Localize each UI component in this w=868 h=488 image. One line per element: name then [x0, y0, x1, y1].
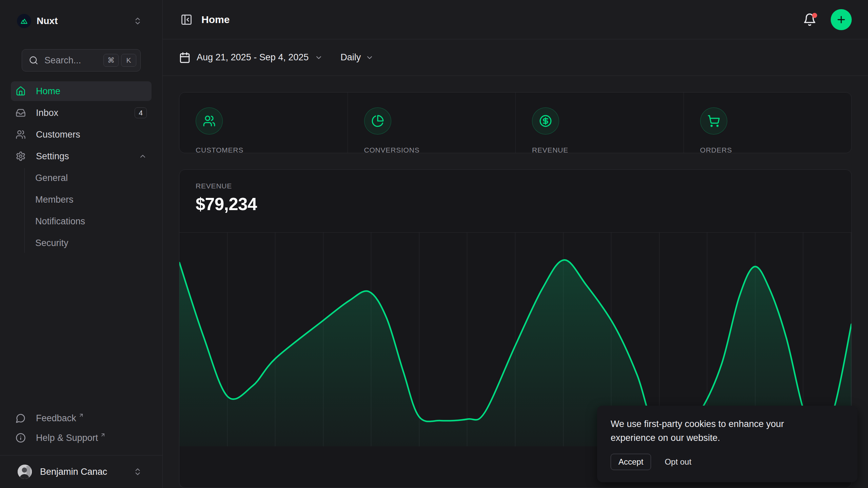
workspace-switcher[interactable]: Nuxt — [11, 13, 152, 29]
stat-label: ORDERS — [700, 146, 835, 153]
sidebar-item-label: Home — [36, 86, 60, 97]
chevrons-up-down-icon — [133, 17, 142, 25]
search-icon — [29, 56, 38, 65]
sidebar-item-label: Customers — [36, 129, 80, 140]
kbd-cmd: ⌘ — [103, 54, 119, 67]
sidebar-item-home[interactable]: Home — [11, 81, 152, 101]
arrow-up-right-icon — [100, 432, 106, 438]
message-circle-icon — [16, 413, 26, 423]
sidebar-item-security[interactable]: Security — [35, 233, 152, 253]
page-header: Home — [163, 0, 868, 39]
chevron-down-icon — [366, 54, 374, 62]
stat-customers[interactable]: CUSTOMERS 692 +6% — [179, 93, 348, 153]
filters-toolbar: Aug 21, 2025 - Sep 4, 2025 Daily — [163, 39, 868, 76]
users-icon — [16, 129, 26, 140]
house-icon — [16, 86, 26, 96]
avatar — [18, 465, 32, 479]
arrow-up-right-icon — [78, 412, 84, 418]
collapse-sidebar-button[interactable] — [179, 12, 194, 27]
granularity-value: Daily — [340, 52, 361, 63]
revenue-chart-label: REVENUE — [196, 182, 835, 190]
stat-label: CONVERSIONS — [364, 146, 499, 153]
users-icon — [196, 107, 223, 135]
chevron-up-icon — [139, 152, 147, 160]
chevrons-up-down-icon — [133, 467, 142, 476]
help-support-label: Help & Support — [36, 433, 98, 443]
notifications-button[interactable] — [802, 12, 817, 27]
stat-conversions[interactable]: CONVERSIONS 1986 +13% — [348, 93, 516, 153]
workspace-name: Nuxt — [37, 16, 58, 26]
sidebar-item-notifications[interactable]: Notifications — [35, 211, 152, 231]
optout-cookies-button[interactable]: Opt out — [665, 457, 691, 467]
user-name: Benjamin Canac — [40, 467, 107, 477]
kbd-k: K — [121, 54, 136, 67]
inbox-count-badge: 4 — [135, 107, 147, 118]
feedback-link[interactable]: Feedback — [11, 408, 152, 428]
sidebar-item-label: Inbox — [36, 108, 58, 118]
dollar-circle-icon — [532, 107, 559, 135]
sidebar: Nuxt Search... ⌘ K Home — [0, 0, 163, 488]
cookie-banner: We use first-party cookies to enhance yo… — [597, 406, 857, 482]
sidebar-item-general[interactable]: General — [35, 168, 152, 188]
add-button[interactable] — [831, 9, 852, 30]
chevron-down-icon — [315, 54, 323, 62]
sidebar-item-members[interactable]: Members — [35, 190, 152, 209]
stat-label: REVENUE — [532, 146, 667, 153]
date-range-value: Aug 21, 2025 - Sep 4, 2025 — [197, 52, 309, 63]
sidebar-item-label: Settings — [36, 151, 69, 162]
calendar-icon — [179, 52, 191, 63]
revenue-chart-value: $79,234 — [196, 194, 835, 214]
search-placeholder: Search... — [44, 55, 101, 66]
stat-revenue[interactable]: REVENUE $415,523 +18% — [515, 93, 684, 153]
help-support-link[interactable]: Help & Support — [11, 428, 152, 448]
search-input[interactable]: Search... ⌘ K — [22, 49, 141, 72]
sidebar-item-inbox[interactable]: Inbox 4 — [11, 103, 152, 123]
gear-icon — [16, 151, 26, 161]
stat-orders[interactable]: ORDERS 213 +14% — [684, 93, 852, 153]
sidebar-nav: Home Inbox 4 Customers — [0, 81, 162, 255]
granularity-select[interactable]: Daily — [340, 52, 374, 63]
user-menu[interactable]: Benjamin Canac — [0, 455, 162, 488]
feedback-label: Feedback — [36, 413, 76, 424]
page-title: Home — [201, 14, 230, 25]
info-circle-icon — [16, 433, 26, 443]
stats-card: CUSTOMERS 692 +6% CONVERSIONS 1986 +13% — [179, 92, 852, 153]
nuxt-logo-icon — [17, 14, 31, 28]
sidebar-item-customers[interactable]: Customers — [11, 125, 152, 144]
cookie-message: We use first-party cookies to enhance yo… — [611, 417, 807, 445]
pie-chart-icon — [364, 107, 391, 135]
accept-cookies-button[interactable]: Accept — [611, 454, 651, 470]
settings-sub-list: General Members Notifications Security — [24, 168, 152, 253]
stat-label: CUSTOMERS — [196, 146, 331, 153]
notification-dot — [812, 13, 817, 18]
shopping-cart-icon — [700, 107, 727, 135]
sidebar-item-settings[interactable]: Settings — [11, 146, 152, 166]
inbox-icon — [16, 108, 26, 118]
date-range-picker[interactable]: Aug 21, 2025 - Sep 4, 2025 — [179, 52, 323, 63]
